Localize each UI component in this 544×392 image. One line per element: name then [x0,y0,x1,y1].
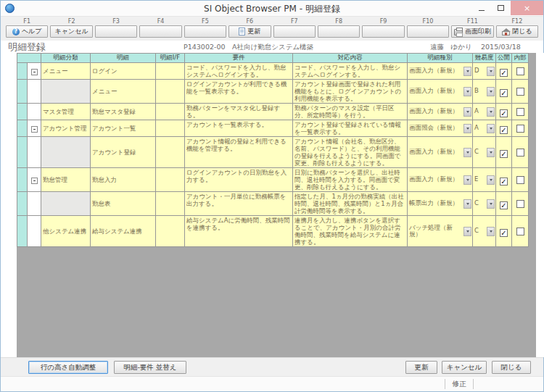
row-selector[interactable] [17,137,28,168]
fkey-f9-button[interactable] [362,25,404,38]
requirement-cell[interactable]: アカウントを一覧表示する。 [185,120,293,137]
type-dropdown-icon[interactable] [463,227,471,236]
cancel-button[interactable]: キャンセル [442,361,487,374]
sort-detail-requirement-button[interactable]: 明細-要件 並替え [114,361,186,374]
type-cell[interactable]: 帳票出力（新規） [408,192,473,216]
internal-checkbox[interactable] [516,125,524,133]
detail-cell[interactable]: アカウント登録 [91,137,156,168]
column-header-7[interactable]: 公開 [496,54,512,63]
category-cell[interactable] [41,192,91,216]
content-cell[interactable]: コード、パスワードを入力し、勤怠システムへログインする。 [293,63,408,80]
row-expand-cell[interactable] [28,120,41,137]
type-cell[interactable]: 画面照会（新規） [408,120,473,137]
column-header-0[interactable]: 明細分類 [41,54,91,63]
internal-checkbox[interactable] [516,200,524,208]
detail-cell[interactable]: 勤怠表 [91,192,156,216]
type-cell[interactable]: 画面入力（新規） [408,168,473,192]
public-checkbox[interactable] [500,201,508,209]
row-selector[interactable] [17,63,28,80]
type-dropdown-icon[interactable] [463,175,471,185]
category-cell[interactable]: 他システム連携 [41,216,91,247]
column-header-3[interactable]: 要件 [185,54,293,63]
close-fkey-button[interactable]: 閉じる [496,25,538,38]
row-selector[interactable] [17,168,28,192]
row-selector[interactable] [17,104,28,120]
content-cell[interactable]: 連携月を入力し、連携ボタンを選択することで、アカウント・月別の合計労働時間、残業… [293,216,408,247]
internal-checkbox[interactable] [516,67,524,75]
collapse-icon[interactable] [31,178,38,184]
auto-row-height-button[interactable]: 行の高さ自動調整 [28,361,108,374]
difficulty-dropdown-icon[interactable] [487,87,495,96]
requirement-cell[interactable]: アカウント情報の登録と利用できる機能を管理する。 [185,137,293,168]
public-checkbox[interactable] [500,178,508,185]
difficulty-cell[interactable]: D [473,63,496,80]
internal-checkbox[interactable] [516,88,524,96]
difficulty-dropdown-icon[interactable] [487,175,495,185]
fkey-f5-button[interactable] [184,25,226,38]
type-dropdown-icon[interactable] [463,107,471,117]
difficulty-cell[interactable]: E [473,168,496,192]
content-cell[interactable]: アカウント登録画面で登録された利用機能をもとに、ログインアカウントの利用機能を表… [293,80,408,104]
category-cell[interactable]: 勤怠管理 [41,168,91,192]
minimize-button[interactable] [471,1,491,15]
fkey-f4-button[interactable] [139,25,181,38]
requirement-cell[interactable]: 給与システムAに労働時間、残業時間を連携する。 [185,216,293,247]
row-selector[interactable] [17,216,28,247]
update-button[interactable]: 更新 [405,361,437,374]
column-header-6[interactable]: 難易度 [473,54,496,63]
type-dropdown-icon[interactable] [463,67,471,76]
difficulty-dropdown-icon[interactable] [487,124,495,133]
print-screen-fkey-button[interactable]: 画面印刷 [451,25,493,38]
detail-if-cell[interactable] [156,137,185,168]
maximize-button[interactable] [491,1,511,15]
fkey-f10-button[interactable] [407,25,449,38]
requirement-cell[interactable]: ログインアカウントの日別勤怠を入力する。 [185,168,293,192]
type-cell[interactable]: バッチ処理（新規） [408,216,473,247]
public-checkbox[interactable] [500,69,508,77]
row-expand-cell[interactable] [28,63,41,80]
internal-checkbox[interactable] [516,228,524,235]
content-cell[interactable]: 勤務パターンのマスタ設定（平日区分、所定時間等）を行う。 [293,104,408,120]
update-fkey-button[interactable]: 更新 [228,25,271,38]
type-dropdown-icon[interactable] [463,199,471,209]
collapse-icon[interactable] [31,69,38,75]
requirement-cell[interactable]: 勤務パターンをマスタ化し登録する。 [185,104,293,120]
difficulty-cell[interactable]: A [473,104,496,120]
type-dropdown-icon[interactable] [463,148,471,157]
category-cell[interactable]: メニュー [41,63,91,80]
cancel-fkey-button[interactable]: キャンセル [50,25,92,38]
public-checkbox[interactable] [500,126,508,134]
type-cell[interactable]: 画面入力（新規） [408,80,473,104]
detail-cell[interactable]: 給与システム連携 [91,216,156,247]
detail-if-cell[interactable] [156,80,185,104]
difficulty-cell[interactable]: B [473,80,496,104]
column-header-5[interactable]: 明細種別 [408,54,473,63]
content-cell[interactable]: 日別に勤務パターンを選択し、出社時間、退社時間を入力する。同画面で変更、削除も行… [293,168,408,192]
content-cell[interactable]: 指定した月、1ヵ月分の勤務実績（出社時間、退社時間、残業時間）と1ヵ月合計労働時… [293,192,408,216]
detail-if-cell[interactable] [156,192,185,216]
difficulty-cell[interactable]: C [473,137,496,168]
help-fkey-button[interactable]: ヘルプ [6,25,48,38]
detail-cell[interactable]: 勤怠マスタ登録 [91,104,156,120]
fkey-f8-button[interactable] [318,25,360,38]
difficulty-dropdown-icon[interactable] [487,67,495,76]
detail-if-cell[interactable] [156,168,185,192]
type-cell[interactable]: 画面入力（新規） [408,137,473,168]
detail-cell[interactable]: ログイン [91,63,156,80]
detail-cell[interactable]: 勤怠入力 [91,168,156,192]
difficulty-dropdown-icon[interactable] [487,199,495,209]
internal-checkbox[interactable] [516,176,524,184]
requirement-cell[interactable]: ログインアカウントが利用できる機能を一覧表示する。 [185,80,293,104]
category-cell[interactable]: マスタ管理 [41,104,91,120]
public-checkbox[interactable] [500,89,508,97]
internal-checkbox[interactable] [516,149,524,157]
row-expand-cell[interactable] [28,80,41,104]
difficulty-cell[interactable]: C [473,192,496,216]
detail-if-cell[interactable] [156,104,185,120]
row-selector[interactable] [17,80,28,104]
detail-cell[interactable]: メニュー [91,80,156,104]
type-cell[interactable]: 画面入力（新規） [408,104,473,120]
collapse-icon[interactable] [31,126,38,133]
content-cell[interactable]: アカウント登録で登録されている情報を一覧表示する。 [293,120,408,137]
column-header-1[interactable]: 明細 [91,54,156,63]
